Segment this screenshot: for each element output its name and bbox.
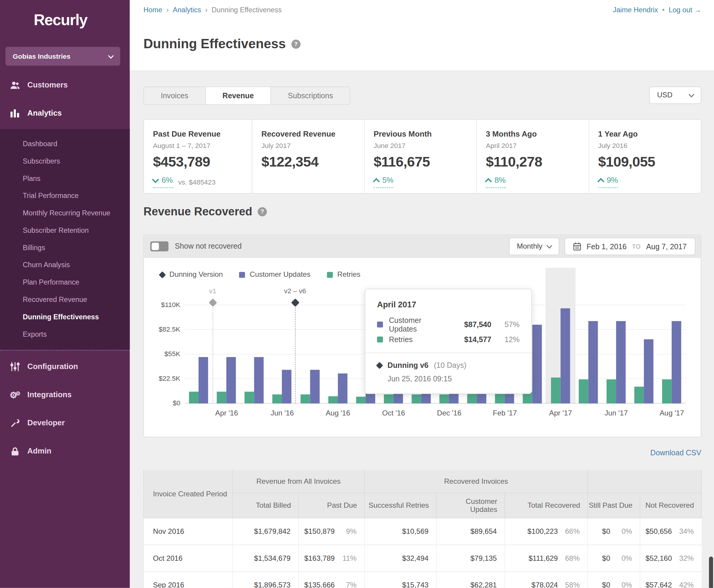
bar-customer-updates-apr-2017[interactable] xyxy=(560,308,570,403)
sidebar-item-plans[interactable]: Plans xyxy=(0,170,130,187)
tab-invoices[interactable]: Invoices xyxy=(144,87,205,104)
bar-customer-updates-jul-2017[interactable] xyxy=(644,339,653,403)
sidebar-item-recovered-revenue[interactable]: Recovered Revenue xyxy=(0,291,130,309)
group-header-revenue-from-all-invoices: Revenue from All Invoices xyxy=(232,470,364,493)
breadcrumb-separator: › xyxy=(166,6,169,14)
bar-customer-updates-may-2016[interactable] xyxy=(254,357,264,403)
currency-select[interactable]: USD xyxy=(649,87,701,104)
sidebar-item-plan-performance[interactable]: Plan Performance xyxy=(0,274,130,291)
breadcrumb-home[interactable]: Home xyxy=(144,6,162,14)
sidebar-item-analytics[interactable]: Analytics xyxy=(0,99,130,127)
bar-customer-updates-mar-2016[interactable] xyxy=(198,357,208,403)
cell-percent: 32% xyxy=(672,554,694,562)
sidebar-item-monthly-recurring-revenue[interactable]: Monthly Recurring Revenue xyxy=(0,205,130,222)
bar-retries-may-2016[interactable] xyxy=(245,392,254,403)
bar-retries-jul-2017[interactable] xyxy=(634,386,644,403)
bar-retries-jun-2016[interactable] xyxy=(273,395,282,403)
user-name-link[interactable]: Jaime Hendrix xyxy=(613,6,658,14)
sidebar-item-label: Developer xyxy=(27,418,65,427)
sidebar-item-trial-performance[interactable]: Trial Performance xyxy=(0,187,130,205)
card-period: July 2017 xyxy=(261,142,355,149)
toggle-label: Show not recovered xyxy=(175,242,242,250)
bar-retries-jul-2016[interactable] xyxy=(300,395,310,403)
show-not-recovered-toggle[interactable] xyxy=(150,241,169,251)
bar-customer-updates-may-2017[interactable] xyxy=(588,321,598,403)
diamond-icon xyxy=(159,271,166,278)
delta-badge[interactable]: 8% xyxy=(486,176,506,188)
help-icon[interactable] xyxy=(291,40,300,48)
diamond-icon[interactable] xyxy=(208,298,217,307)
account-switcher[interactable]: Gobias Industries xyxy=(5,47,120,66)
bar-customer-updates-jul-2016[interactable] xyxy=(310,370,319,403)
interval-select[interactable]: Monthly xyxy=(509,238,559,255)
bar-retries-jan-2017[interactable] xyxy=(467,394,477,403)
cell-value: $1,534,679 xyxy=(254,554,291,562)
bar-retries-mar-2016[interactable] xyxy=(189,392,198,403)
diamond-icon[interactable] xyxy=(291,298,299,307)
cell-period: Nov 2016 xyxy=(144,518,232,545)
recurly-logo[interactable]: Recurly xyxy=(0,0,130,29)
sidebar-item-dunning-effectiveness[interactable]: Dunning Effectiveness xyxy=(0,308,130,326)
tooltip-series-pct: 57% xyxy=(491,320,520,329)
help-icon[interactable] xyxy=(258,207,267,216)
delta-badge[interactable]: 9% xyxy=(598,176,618,188)
sidebar-item-developer[interactable]: Developer xyxy=(0,409,130,437)
date-range-to-label: TO xyxy=(632,243,641,250)
card-delta: 8% xyxy=(486,176,579,188)
cell-value: $0 xyxy=(602,527,610,536)
breadcrumb-analytics[interactable]: Analytics xyxy=(173,6,201,14)
bar-retries-nov-2016[interactable] xyxy=(412,395,421,403)
calendar-icon xyxy=(573,242,581,250)
sidebar-item-integrations[interactable]: ⚙⚙ Integrations xyxy=(0,381,130,409)
tooltip-event-time: Jun 25, 2016 09:15 xyxy=(387,374,520,383)
cell-value: $10,569 xyxy=(402,527,428,536)
stat-card-1-year-ago: 1 Year AgoJuly 2016$109,0559% xyxy=(589,120,701,193)
report-tabs: InvoicesRevenueSubscriptions xyxy=(144,87,351,105)
date-range-picker[interactable]: Feb 1, 2016 TO Aug 7, 2017 xyxy=(565,238,695,255)
tab-revenue[interactable]: Revenue xyxy=(205,87,271,104)
sidebar-item-churn-analysis[interactable]: Churn Analysis xyxy=(0,256,130,274)
bar-retries-may-2017[interactable] xyxy=(579,379,588,403)
delta-badge[interactable]: 6% xyxy=(153,176,173,188)
bar-retries-sep-2016[interactable] xyxy=(356,397,366,403)
bar-retries-dec-2016[interactable] xyxy=(439,395,449,403)
tab-subscriptions[interactable]: Subscriptions xyxy=(271,87,350,104)
sidebar-item-dashboard[interactable]: Dashboard xyxy=(0,135,130,153)
sidebar-item-exports[interactable]: Exports xyxy=(0,326,130,343)
breadcrumb: Home› Analytics› Dunning Effectiveness xyxy=(144,6,282,14)
cell-successful-retries: $15,743 xyxy=(364,572,436,588)
chart-area: Dunning VersionCustomer UpdatesRetries $… xyxy=(144,258,700,437)
bar-retries-feb-2017[interactable] xyxy=(495,393,505,403)
bar-retries-aug-2016[interactable] xyxy=(328,396,338,403)
cell-value: $135,666 xyxy=(304,581,335,588)
download-csv-link[interactable]: Download CSV xyxy=(650,449,701,457)
sidebar-item-subscribers[interactable]: Subscribers xyxy=(0,152,130,170)
delta-badge[interactable]: 5% xyxy=(374,176,393,188)
vertical-scrollbar-thumb[interactable] xyxy=(709,556,713,588)
bar-retries-aug-2017[interactable] xyxy=(662,379,672,403)
bar-customer-updates-jun-2017[interactable] xyxy=(616,321,626,403)
cell-successful-retries: $10,569 xyxy=(364,518,436,545)
page-title: Dunning Effectiveness xyxy=(144,37,286,51)
sidebar-item-configuration[interactable]: Configuration xyxy=(0,353,130,381)
diamond-icon xyxy=(376,362,383,369)
card-title: 3 Months Ago xyxy=(486,130,579,139)
cell-value: $0 xyxy=(602,554,610,562)
bar-customer-updates-jun-2016[interactable] xyxy=(282,370,292,403)
sidebar-item-customers[interactable]: Customers xyxy=(0,71,130,99)
column-header-still-past-due: Still Past Due xyxy=(588,493,640,518)
bar-customer-updates-aug-2017[interactable] xyxy=(671,321,681,403)
sidebar-item-billings[interactable]: Billings xyxy=(0,239,130,256)
bar-retries-jun-2017[interactable] xyxy=(607,379,616,403)
bar-retries-apr-2016[interactable] xyxy=(217,392,226,403)
bar-customer-updates-aug-2016[interactable] xyxy=(338,374,348,403)
sidebar-item-admin[interactable]: Admin xyxy=(0,437,130,465)
table-row-sep-2016: Sep 2016$1,896,573$135,6667%$15,743$62,2… xyxy=(144,572,702,588)
bar-retries-oct-2016[interactable] xyxy=(384,395,393,403)
sidebar-item-subscriber-retention[interactable]: Subscriber Retention xyxy=(0,222,130,239)
bar-customer-updates-apr-2016[interactable] xyxy=(226,357,236,403)
logout-link[interactable]: Log out → xyxy=(669,6,701,14)
chevron-down-icon xyxy=(689,92,694,97)
bar-retries-apr-2017[interactable] xyxy=(551,378,560,404)
bar-customer-updates-mar-2017[interactable] xyxy=(532,325,542,403)
